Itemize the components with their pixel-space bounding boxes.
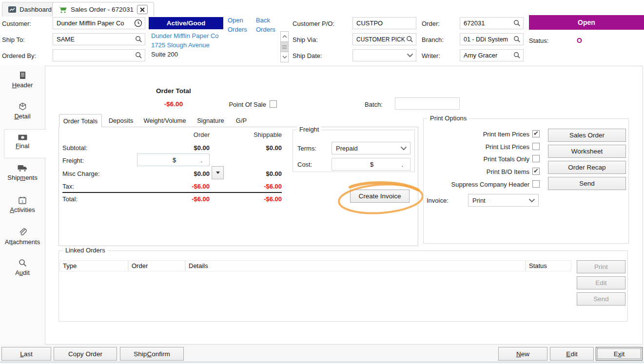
ship-date-select[interactable]: [352, 49, 416, 61]
print-bo-items-checkbox[interactable]: [532, 168, 540, 175]
search-icon[interactable]: [513, 19, 521, 27]
search-icon[interactable]: [513, 52, 521, 59]
search-icon[interactable]: [135, 52, 142, 59]
chevron-down-icon: [528, 198, 535, 203]
back-orders-link[interactable]: Back Orders: [256, 16, 281, 34]
sales-order-window: Dashboard Sales Order - 672031 Customer:…: [0, 0, 644, 364]
point-of-sale-label: Point Of Sale: [205, 101, 266, 108]
customer-po-label: Customer P/O:: [293, 20, 334, 27]
linked-orders-col-type[interactable]: Type: [59, 260, 128, 271]
tab-weight-volume[interactable]: Weight/Volume: [142, 114, 187, 127]
tab-deposits[interactable]: Deposits: [105, 114, 137, 127]
ship-via-input[interactable]: CUSTOMER PICK: [352, 33, 416, 45]
print-totals-only-checkbox[interactable]: [532, 155, 540, 162]
ship-to-input[interactable]: SAME: [53, 33, 145, 45]
linked-orders-col-status[interactable]: Status: [526, 260, 571, 271]
cost-input[interactable]: $ .: [332, 158, 410, 171]
print-list-prices-checkbox[interactable]: [532, 143, 540, 150]
customer-po-input[interactable]: CUSTPO: [352, 17, 416, 29]
worksheet-button[interactable]: Worksheet: [548, 145, 626, 158]
ship-confirm-button[interactable]: Ship Confirm: [120, 347, 184, 361]
sidebar-item-header[interactable]: Header: [0, 71, 45, 89]
scroll-down-icon[interactable]: [280, 52, 289, 62]
customer-input[interactable]: Dunder Mifflin Paper Co: [53, 17, 145, 29]
print-bo-items-label: Print B/O Items: [432, 168, 529, 175]
customer-address-line1[interactable]: Dunder Mifflin Paper Co: [151, 32, 219, 39]
suppress-company-header-label: Suppress Company Header: [432, 181, 529, 188]
magnifier-icon: [19, 259, 27, 267]
copy-order-button[interactable]: Copy Order: [54, 347, 117, 361]
sidebar-item-label: Attachments: [5, 238, 40, 246]
linked-edit-button[interactable]: Edit: [577, 276, 625, 289]
send-button[interactable]: Send: [548, 177, 626, 190]
sidebar-item-audit[interactable]: Audit: [0, 259, 45, 276]
sidebar-item-detail[interactable]: Detail: [0, 102, 45, 120]
truck-icon: [18, 165, 27, 172]
close-tab-icon[interactable]: [137, 5, 148, 14]
print-item-prices-checkbox[interactable]: [532, 130, 540, 137]
sidebar-item-attachments[interactable]: Attachments: [0, 228, 45, 246]
order-recap-button[interactable]: Order Recap: [548, 161, 626, 174]
customer-history-icon[interactable]: [134, 19, 142, 27]
batch-input[interactable]: [395, 97, 460, 110]
sidebar-item-final[interactable]: Final: [0, 134, 45, 150]
sidebar-item-label: Shipments: [7, 174, 37, 181]
scroll-thumb[interactable]: [280, 41, 289, 52]
chevron-down-icon: [400, 146, 407, 151]
create-invoice-button[interactable]: Create Invoice: [350, 190, 410, 203]
subtotal-order-value: $0.00: [161, 144, 210, 152]
batch-label: Batch:: [365, 101, 383, 108]
sales-order-button[interactable]: Sales Order: [548, 129, 626, 142]
chevron-down-icon: [407, 53, 413, 57]
misc-charge-label: Misc Charge:: [62, 170, 100, 177]
search-icon[interactable]: [513, 36, 521, 43]
branch-input[interactable]: 01 - DDi System: [460, 33, 524, 45]
scroll-up-icon[interactable]: [280, 31, 289, 42]
tab-signature[interactable]: Signature: [194, 114, 227, 127]
linked-orders-col-details[interactable]: Details: [185, 260, 526, 271]
customer-label: Customer:: [2, 20, 31, 27]
dashboard-chart-icon: [8, 6, 16, 13]
writer-label: Writer:: [422, 52, 440, 59]
ship-date-label: Ship Date:: [293, 52, 322, 59]
sidebar-item-label: Header: [12, 81, 33, 89]
sidebar-item-label: Detail: [14, 113, 30, 120]
new-button[interactable]: New: [498, 347, 547, 361]
point-of-sale-checkbox[interactable]: [270, 100, 277, 108]
edit-button[interactable]: Edit: [550, 347, 594, 361]
ordered-by-input[interactable]: [53, 49, 145, 61]
search-icon[interactable]: [406, 36, 413, 43]
terms-label: Terms:: [297, 145, 316, 152]
order-input[interactable]: 672031: [460, 17, 524, 29]
customer-address-line2[interactable]: 1725 Slough Avenue: [151, 41, 210, 49]
sidebar-item-label: Final: [16, 142, 29, 150]
open-orders-link[interactable]: Open Orders: [228, 16, 253, 34]
sidebar-item-shipments[interactable]: Shipments: [0, 165, 45, 181]
print-item-prices-label: Print Item Prices: [432, 131, 529, 138]
chevron-down-icon: [216, 172, 220, 174]
terms-select[interactable]: Prepaid: [332, 142, 410, 154]
total-order-value: -$6.00: [161, 195, 210, 203]
sidebar-item-activities[interactable]: 1 Activities: [0, 196, 45, 213]
freight-amount-input[interactable]: $ .: [137, 153, 210, 166]
cart-icon: [59, 6, 67, 14]
search-icon[interactable]: [135, 36, 142, 43]
exit-button[interactable]: Exit: [596, 347, 643, 361]
total-label: Total:: [62, 195, 78, 203]
misc-charge-dropdown-button[interactable]: [212, 166, 224, 179]
tab-order-totals[interactable]: Order Totals: [59, 114, 102, 127]
linked-orders-col-order[interactable]: Order: [128, 260, 185, 271]
grip-icon: [282, 45, 287, 49]
suppress-company-header-checkbox[interactable]: [532, 180, 540, 188]
writer-input[interactable]: Amy Gracer: [460, 49, 524, 61]
invoice-select[interactable]: Print: [468, 194, 539, 207]
subtotal-label: Subtotal:: [62, 144, 87, 152]
cube-icon: [19, 102, 27, 111]
linked-print-button[interactable]: Print: [577, 260, 625, 273]
last-button[interactable]: Last: [1, 347, 51, 361]
linked-send-button[interactable]: Send: [577, 292, 625, 306]
tab-dashboard[interactable]: Dashboard: [2, 2, 58, 17]
tab-gp[interactable]: G/P: [233, 114, 250, 127]
decimal-point: .: [200, 156, 202, 164]
tab-sales-order[interactable]: Sales Order - 672031: [52, 2, 154, 17]
